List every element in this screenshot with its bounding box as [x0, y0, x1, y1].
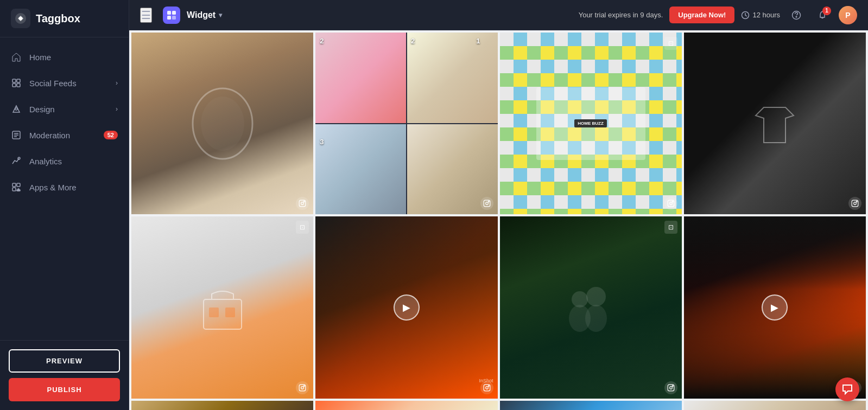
expand-icon-7: ⊡ — [664, 221, 677, 234]
instagram-icon-2 — [480, 197, 493, 210]
header: ☰ Widget ▾ Your trial expires in 9 days.… — [129, 0, 868, 30]
main-content: ☰ Widget ▾ Your trial expires in 9 days.… — [129, 0, 868, 410]
svg-point-43 — [488, 385, 489, 386]
sidebar-nav: Home Social Feeds › De — [0, 37, 129, 340]
sidebar-item-apps-more[interactable]: Apps & More — [0, 174, 129, 200]
chat-icon — [841, 383, 853, 395]
svg-point-27 — [485, 202, 488, 205]
grid-item-10[interactable] — [315, 401, 497, 411]
svg-point-49 — [669, 386, 672, 389]
sidebar-item-label-home: Home — [29, 53, 51, 62]
svg-rect-15 — [172, 11, 176, 15]
svg-rect-2 — [12, 79, 16, 82]
widget-label[interactable]: Widget ▾ — [187, 10, 222, 20]
sidebar-item-label-analytics: Analytics — [29, 157, 62, 166]
svg-point-24 — [301, 202, 304, 205]
moderation-icon — [11, 130, 22, 140]
sidebar-item-home[interactable]: Home — [0, 44, 129, 70]
sidebar-item-label-social-feeds: Social Feeds — [29, 79, 77, 88]
logo-icon — [11, 9, 30, 28]
logo-text: Taggbox — [36, 12, 80, 25]
grid-item-4[interactable] — [684, 33, 866, 214]
help-button[interactable] — [787, 5, 806, 25]
instagram-icon-6 — [480, 381, 493, 394]
moderation-badge: 52 — [104, 131, 118, 139]
logo-area: Taggbox — [0, 0, 129, 37]
publish-button[interactable]: PUBLISH — [9, 378, 120, 401]
social-feeds-icon — [11, 78, 22, 88]
svg-point-50 — [672, 385, 673, 386]
apps-more-icon — [11, 182, 22, 193]
sidebar-item-analytics[interactable]: Analytics — [0, 148, 129, 174]
svg-point-6 — [15, 108, 17, 110]
instagram-icon-5 — [296, 381, 309, 394]
grid-item-7[interactable]: ⊡ — [500, 216, 682, 398]
svg-rect-5 — [17, 84, 20, 87]
svg-point-20 — [796, 16, 797, 17]
photo-grid: 2 3 1 2 HOME BUZZ — [131, 33, 866, 410]
svg-point-28 — [488, 201, 489, 202]
collage-cell-2 — [407, 33, 498, 123]
grid-item-9[interactable] — [131, 401, 313, 411]
svg-rect-14 — [167, 11, 171, 15]
sidebar-item-moderation[interactable]: Moderation 52 — [0, 122, 129, 148]
grid-item-11[interactable] — [500, 401, 682, 411]
grid-item-2[interactable]: 2 3 1 2 — [315, 33, 497, 214]
grid-item-8[interactable]: ▶ — [684, 216, 866, 398]
collage-cell-3 — [315, 124, 406, 215]
svg-point-33 — [854, 202, 857, 205]
svg-rect-3 — [17, 79, 20, 82]
sidebar: Taggbox Home Social Feeds › — [0, 0, 129, 410]
menu-icon[interactable]: ☰ — [140, 8, 152, 23]
svg-point-25 — [304, 201, 305, 202]
svg-point-1 — [19, 17, 22, 20]
sidebar-item-social-feeds[interactable]: Social Feeds › — [0, 70, 129, 96]
svg-rect-16 — [167, 16, 171, 20]
grid-item-12[interactable] — [684, 401, 866, 411]
sidebar-item-label-design: Design — [29, 105, 55, 114]
collage-num-3: 3 — [320, 138, 324, 146]
svg-point-40 — [304, 385, 305, 386]
svg-rect-10 — [17, 183, 20, 187]
play-button-8[interactable]: ▶ — [762, 294, 788, 321]
instagram-icon-7 — [664, 381, 677, 394]
play-button-6[interactable]: ▶ — [394, 294, 420, 321]
svg-rect-11 — [12, 188, 16, 191]
grid-item-3[interactable]: HOME BUZZ ⊡ — [500, 33, 682, 214]
collage-cell-1 — [315, 33, 406, 123]
svg-rect-17 — [172, 16, 176, 20]
chat-widget-button[interactable] — [835, 377, 859, 401]
notifications-button[interactable]: 1 — [813, 5, 832, 25]
sidebar-item-design[interactable]: Design › — [0, 96, 129, 122]
svg-point-42 — [485, 386, 488, 389]
sidebar-item-label-moderation: Moderation — [29, 131, 70, 140]
clock-icon — [741, 11, 750, 20]
widget-icon — [163, 7, 180, 24]
grid-item-5[interactable]: ⊡ — [131, 216, 313, 398]
svg-point-34 — [856, 201, 857, 202]
svg-point-22 — [201, 97, 244, 151]
instagram-icon-3 — [664, 197, 677, 210]
svg-rect-9 — [12, 183, 16, 187]
social-feeds-arrow: › — [116, 79, 118, 87]
user-avatar[interactable]: P — [839, 6, 857, 24]
widget-chevron: ▾ — [219, 11, 222, 19]
sidebar-item-label-apps-more: Apps & More — [29, 183, 77, 192]
sidebar-actions: PREVIEW PUBLISH — [0, 340, 129, 410]
content-area: 2 3 1 2 HOME BUZZ — [129, 30, 868, 410]
upgrade-button[interactable]: Upgrade Now! — [669, 7, 734, 23]
svg-point-30 — [669, 202, 672, 205]
notification-badge: 1 — [822, 7, 831, 15]
preview-button[interactable]: PREVIEW — [9, 349, 120, 373]
svg-rect-4 — [12, 84, 16, 87]
analytics-icon — [11, 156, 22, 166]
svg-point-45 — [586, 287, 606, 306]
design-arrow: › — [116, 105, 118, 113]
svg-point-47 — [585, 305, 607, 332]
grid-item-6[interactable]: ▶ InShot — [315, 216, 497, 398]
grid-item-1[interactable] — [131, 33, 313, 214]
expand-icon-5: ⊡ — [296, 221, 309, 234]
svg-rect-37 — [225, 308, 235, 317]
time-display: 12 hours — [741, 11, 780, 20]
collage-num-22: 2 — [411, 37, 493, 45]
